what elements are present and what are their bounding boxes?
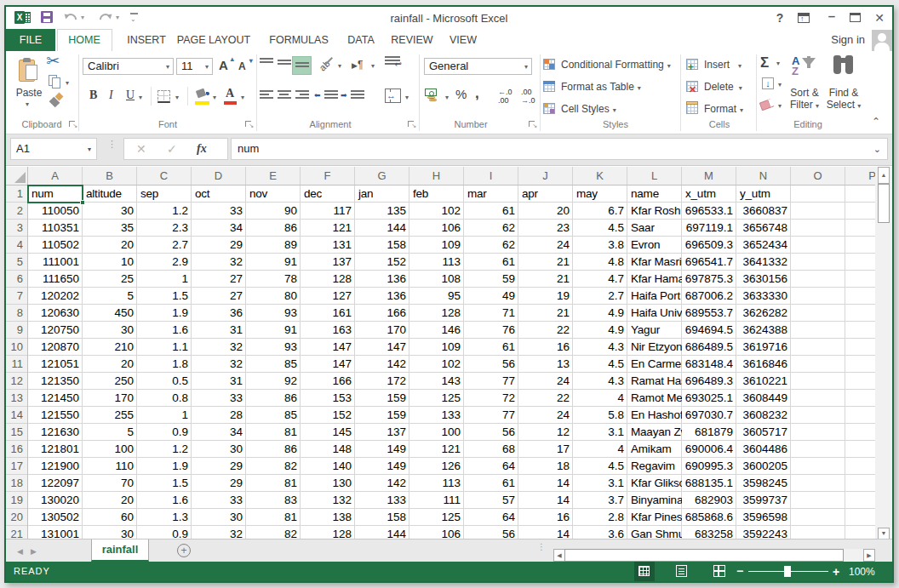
cell-E13[interactable]: 86 (246, 390, 301, 407)
cell-L16[interactable]: Amikam (627, 441, 682, 458)
cell-C8[interactable]: 1.9 (137, 305, 192, 322)
cell-F3[interactable]: 121 (301, 220, 355, 237)
cell-C16[interactable]: 1.2 (137, 441, 192, 458)
cell-C4[interactable]: 2.7 (137, 237, 192, 254)
cell-D10[interactable]: 32 (192, 339, 246, 356)
row-header-9[interactable]: 9 (6, 322, 27, 339)
cell-J1[interactable]: apr (518, 186, 573, 203)
cell-B3[interactable]: 35 (83, 220, 137, 237)
cell-M18[interactable]: 688135.1 (682, 475, 736, 492)
cell-E12[interactable]: 92 (246, 373, 301, 390)
sheet-tab-rainfall[interactable]: rainfall (91, 539, 149, 562)
cells-area[interactable]: numaltitudesepoctnovdecjanfebmaraprmayna… (28, 186, 875, 539)
cell-K10[interactable]: 4.3 (573, 339, 627, 356)
cell-E3[interactable]: 86 (246, 220, 301, 237)
cell-B20[interactable]: 60 (83, 509, 137, 526)
cell-M14[interactable]: 697030.7 (682, 407, 736, 424)
conditional-formatting-button[interactable]: Conditional Formatting▾ (543, 56, 671, 73)
cell-J20[interactable]: 16 (518, 509, 573, 526)
expand-formula-bar-icon[interactable]: ⌄ (873, 139, 881, 159)
cell-M3[interactable]: 697119.1 (682, 220, 736, 237)
cell-A19[interactable]: 130020 (28, 492, 83, 509)
cell-C3[interactable]: 2.3 (137, 220, 192, 237)
cell-E10[interactable]: 93 (246, 339, 301, 356)
cell-N6[interactable]: 3630156 (736, 271, 791, 288)
cell-I17[interactable]: 64 (464, 458, 518, 475)
row-header-18[interactable]: 18 (6, 475, 27, 492)
cell-I12[interactable]: 77 (464, 373, 518, 390)
cell-G12[interactable]: 172 (355, 373, 409, 390)
cell-B12[interactable]: 250 (83, 373, 137, 390)
cell-C18[interactable]: 1.5 (137, 475, 192, 492)
cell-E2[interactable]: 90 (246, 203, 301, 220)
cell-J19[interactable]: 14 (518, 492, 573, 509)
cell-M19[interactable]: 682903 (682, 492, 736, 509)
cell-H12[interactable]: 143 (409, 373, 464, 390)
cell-J21[interactable]: 14 (518, 526, 573, 539)
cell-H7[interactable]: 95 (409, 288, 464, 305)
cell-C13[interactable]: 0.8 (137, 390, 192, 407)
cell-A10[interactable]: 120870 (28, 339, 83, 356)
cell-J15[interactable]: 12 (518, 424, 573, 441)
cell-F7[interactable]: 127 (301, 288, 355, 305)
cell-F12[interactable]: 166 (301, 373, 355, 390)
cell-C21[interactable]: 0.9 (137, 526, 192, 539)
clear-dropdown-icon[interactable]: ▾ (778, 102, 782, 110)
column-header-G[interactable]: G (355, 167, 409, 185)
cell-C5[interactable]: 2.9 (137, 254, 192, 271)
font-dialog-launcher-icon[interactable] (245, 121, 254, 129)
column-header-D[interactable]: D (192, 167, 246, 185)
cell-M21[interactable]: 683258 (682, 526, 736, 539)
cell-M5[interactable]: 696541.7 (682, 254, 736, 271)
clipboard-dialog-launcher-icon[interactable] (69, 121, 77, 129)
format-as-table-button[interactable]: Format as Table▾ (543, 78, 641, 95)
cell-M12[interactable]: 696489.3 (682, 373, 736, 390)
cell-A4[interactable]: 110502 (28, 237, 83, 254)
format-cells-button[interactable]: Format▾ (686, 100, 743, 117)
cell-N18[interactable]: 3598245 (736, 475, 791, 492)
cell-G9[interactable]: 170 (355, 322, 409, 339)
cell-N5[interactable]: 3641332 (736, 254, 791, 271)
bold-button[interactable]: B (89, 88, 97, 102)
cell-A21[interactable]: 131001 (28, 526, 83, 539)
cell-K20[interactable]: 2.8 (573, 509, 627, 526)
cell-N7[interactable]: 3633330 (736, 288, 791, 305)
cell-D17[interactable]: 29 (192, 458, 246, 475)
ribbon-tab-formulas[interactable]: FORMULAS (269, 29, 328, 51)
text-direction-icon[interactable]: ▶¶ (352, 59, 363, 71)
minimize-icon[interactable]: – (822, 7, 842, 29)
cell-A11[interactable]: 121051 (28, 356, 83, 373)
fill-color-icon[interactable] (195, 89, 209, 100)
cell-L17[interactable]: Regavim (627, 458, 682, 475)
cell-H9[interactable]: 146 (409, 322, 464, 339)
row-header-16[interactable]: 16 (6, 441, 27, 458)
cell-H13[interactable]: 125 (409, 390, 464, 407)
row-header-15[interactable]: 15 (6, 424, 27, 441)
cell-D8[interactable]: 36 (192, 305, 246, 322)
accounting-dropdown-icon[interactable]: ▾ (445, 94, 449, 101)
cell-E1[interactable]: nov (246, 186, 301, 203)
page-layout-view-button[interactable] (672, 562, 692, 581)
row-header-11[interactable]: 11 (6, 356, 27, 373)
cell-M15[interactable]: 681879 (682, 424, 736, 441)
cut-icon[interactable]: ✂ (46, 53, 65, 70)
cell-B10[interactable]: 210 (83, 339, 137, 356)
cell-J17[interactable]: 18 (518, 458, 573, 475)
cell-L10[interactable]: Nir Etzyon (627, 339, 682, 356)
cell-G16[interactable]: 149 (355, 441, 409, 458)
cell-F20[interactable]: 138 (301, 509, 355, 526)
cell-F1[interactable]: dec (301, 186, 355, 203)
column-header-M[interactable]: M (682, 167, 736, 185)
ribbon-tab-home[interactable]: HOME (68, 29, 100, 51)
clear-icon[interactable] (759, 99, 775, 111)
cell-C15[interactable]: 0.9 (137, 424, 192, 441)
alignment-dialog-launcher-icon[interactable] (408, 121, 416, 129)
cell-L13[interactable]: Ramot Menashe (627, 390, 682, 407)
cell-F18[interactable]: 130 (301, 475, 355, 492)
cell-B11[interactable]: 20 (83, 356, 137, 373)
tab-scrollbar-splitter[interactable]: ⋮ (537, 545, 540, 558)
row-header-19[interactable]: 19 (6, 492, 27, 509)
cell-M16[interactable]: 690006.4 (682, 441, 736, 458)
cell-D7[interactable]: 27 (192, 288, 246, 305)
cell-L8[interactable]: Haifa University (627, 305, 682, 322)
